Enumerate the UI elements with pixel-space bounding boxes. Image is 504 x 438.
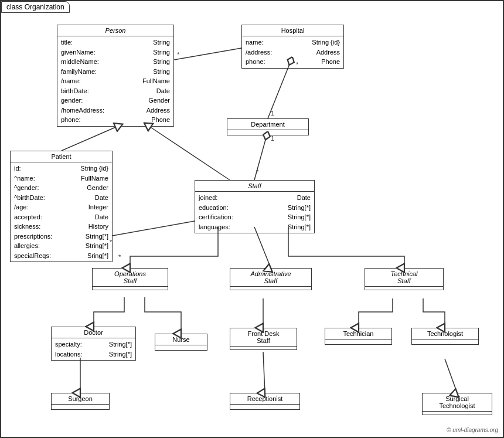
person-body: title:String givenName:String middleName…	[57, 36, 173, 126]
patient-title: Patient	[11, 151, 112, 162]
hospital-body: name:String {id} /address:Address phone:…	[242, 36, 343, 68]
svg-line-10	[113, 221, 195, 236]
svg-text:1: 1	[271, 135, 274, 142]
admin-staff-body	[230, 287, 311, 290]
receptionist-body	[230, 405, 299, 409]
receptionist-title: Receptionist	[230, 393, 299, 405]
svg-text:1: 1	[271, 110, 274, 117]
person-title: Person	[57, 25, 173, 36]
technologist-title: Technologist	[412, 328, 478, 339]
technician-class: Technician	[325, 328, 392, 345]
svg-text:*: *	[177, 51, 180, 58]
operations-staff-class: OperationsStaff	[92, 268, 168, 290]
surgical-tech-title: SurgicalTechnologist	[423, 393, 492, 412]
surgeon-class: Surgeon	[51, 393, 110, 410]
doctor-title: Doctor	[52, 327, 135, 338]
front-desk-body	[230, 347, 297, 349]
staff-class: Staff joined:Date education:String[*] ce…	[195, 180, 315, 233]
front-desk-title: Front DeskStaff	[230, 328, 297, 347]
admin-staff-class: AdministrativeStaff	[230, 268, 312, 290]
surgical-tech-body	[423, 412, 492, 415]
svg-line-8	[62, 127, 115, 151]
hospital-class: Hospital name:String {id} /address:Addre…	[241, 25, 344, 69]
svg-line-9	[151, 127, 230, 180]
svg-line-17	[445, 359, 457, 393]
technologist-body	[412, 339, 478, 344]
svg-text:*: *	[118, 253, 121, 260]
doctor-body: specialty:String[*] locations:String[*]	[52, 338, 135, 360]
surgeon-body	[52, 405, 109, 409]
staff-title: Staff	[195, 181, 314, 192]
department-title: Department	[227, 119, 308, 130]
diagram-container: class Organization Person title:String g…	[0, 0, 504, 438]
svg-line-3	[174, 48, 241, 60]
department-class: Department	[227, 118, 309, 135]
tech-staff-class: TechnicalStaff	[365, 268, 444, 290]
svg-line-16	[263, 352, 265, 393]
receptionist-class: Receptionist	[230, 393, 300, 410]
technologist-class: Technologist	[411, 328, 479, 345]
tech-staff-title: TechnicalStaff	[365, 269, 443, 287]
svg-text:*: *	[256, 168, 259, 175]
nurse-body	[155, 345, 207, 350]
svg-line-5	[254, 131, 268, 180]
copyright: © uml-diagrams.org	[447, 427, 498, 433]
technician-title: Technician	[325, 328, 391, 339]
staff-body: joined:Date education:String[*] certific…	[195, 192, 314, 233]
technician-body	[325, 339, 391, 344]
operations-staff-body	[93, 287, 168, 290]
surgeon-title: Surgeon	[52, 393, 109, 405]
admin-staff-title: AdministrativeStaff	[230, 269, 311, 287]
department-body	[227, 130, 308, 135]
surgical-tech-class: SurgicalTechnologist	[422, 393, 492, 415]
doctor-class: Doctor specialty:String[*] locations:Str…	[51, 327, 136, 361]
patient-class: Patient id:String {id} ^name:FullName ^g…	[10, 151, 113, 262]
nurse-title: Nurse	[155, 334, 207, 345]
hospital-title: Hospital	[242, 25, 343, 36]
person-class: Person title:String givenName:String mid…	[57, 25, 174, 127]
tech-staff-body	[365, 287, 443, 290]
patient-body: id:String {id} ^name:FullName ^gender:Ge…	[11, 162, 112, 262]
operations-staff-title: OperationsStaff	[93, 269, 168, 287]
front-desk-class: Front DeskStaff	[230, 328, 297, 350]
diagram-title: class Organization	[1, 1, 70, 13]
nurse-class: Nurse	[155, 334, 207, 351]
